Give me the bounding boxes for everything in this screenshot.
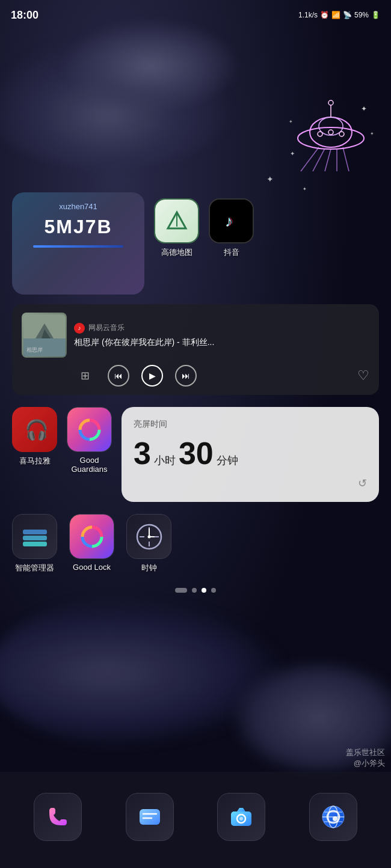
good-guardians-label: GoodGuardians <box>72 456 108 474</box>
clock-icon <box>126 514 171 559</box>
battery-level: 59% <box>354 11 369 19</box>
app-ximalaya[interactable]: 🎧 喜马拉雅 <box>12 407 57 466</box>
browser-dock-icon <box>309 793 357 841</box>
page-dots <box>12 588 379 593</box>
battery-icon: 🔋 <box>371 11 380 19</box>
widget-minutes: 30 <box>179 436 214 471</box>
music-source: ♪ 网易云音乐 <box>74 323 369 334</box>
status-bar: 18:00 1.1k/s ⏰ 📶 📡 59% 🔋 <box>0 0 391 30</box>
douyin-icon: ♪ ♪ ♪ <box>209 198 254 243</box>
smart-manager-icon <box>12 514 57 559</box>
network-speed: 1.1k/s <box>298 11 318 19</box>
app-smart-manager[interactable]: 智能管理器 <box>12 514 57 573</box>
watermark-line1: 盖乐世社区 <box>346 747 385 758</box>
page-dot-2 <box>202 588 206 593</box>
music-player-card: 相思岸 ♪ 网易云音乐 相思岸 (你在彼岸我在此岸) - 菲利丝... ⊞ ⏮ … <box>12 304 379 395</box>
widget-hour-unit: 小时 <box>154 454 176 466</box>
page-dot-3 <box>211 588 216 593</box>
svg-marker-44 <box>237 808 245 811</box>
widget-minute-unit: 分钟 <box>217 454 238 466</box>
watermark: 盖乐世社区 @小斧头 <box>346 747 385 769</box>
svg-point-46 <box>239 817 243 821</box>
svg-text:相思岸: 相思岸 <box>26 347 43 353</box>
music-title: 相思岸 (你在彼岸我在此岸) - 菲利丝... <box>74 337 369 348</box>
dock-browser[interactable] <box>309 793 357 841</box>
gaode-label: 高德地图 <box>161 247 192 258</box>
music-prev-button[interactable]: ⏮ <box>108 365 129 387</box>
top-apps-row: 高德地图 ♪ ♪ ♪ 抖音 <box>154 198 254 258</box>
svg-rect-29 <box>23 536 47 540</box>
music-info: ♪ 网易云音乐 相思岸 (你在彼岸我在此岸) - 菲利丝... <box>74 323 369 348</box>
clock-label: 时钟 <box>141 563 157 573</box>
camera-dock-icon <box>217 793 265 841</box>
ximalaya-icon: 🎧 <box>12 407 57 452</box>
widget-title: 亮屏时间 <box>134 419 367 430</box>
game-card-progress-bar <box>33 245 123 248</box>
signal-icon: 📡 <box>343 11 352 19</box>
app-douyin[interactable]: ♪ ♪ ♪ 抖音 <box>209 198 254 258</box>
game-card-username: xuzhen741 <box>22 202 135 211</box>
status-time: 18:00 <box>11 9 38 22</box>
gaode-icon <box>154 198 199 243</box>
widget-hours: 3 <box>134 436 151 471</box>
apps-widget-row: 🎧 喜马拉雅 GoodGuardians <box>12 407 379 502</box>
music-source-label: 网易云音乐 <box>88 323 125 333</box>
dock-camera[interactable] <box>217 793 265 841</box>
page-dot-0 <box>175 588 187 593</box>
svg-point-39 <box>147 535 150 538</box>
message-dock-icon <box>126 793 174 841</box>
music-album-cover: 相思岸 <box>22 313 67 358</box>
status-icons-group: 1.1k/s ⏰ 📶 📡 59% 🔋 <box>298 11 380 19</box>
dock-message[interactable] <box>126 793 174 841</box>
music-play-button[interactable]: ▶ <box>141 365 163 387</box>
game-card-code: 5MJ7B <box>22 216 135 238</box>
top-apps-grid: 高德地图 ♪ ♪ ♪ 抖音 <box>154 192 254 258</box>
smart-manager-label: 智能管理器 <box>15 563 54 573</box>
good-guardians-icon <box>67 407 112 452</box>
bottom-dock <box>0 772 391 868</box>
music-next-button[interactable]: ⏭ <box>175 365 197 387</box>
svg-text:♪: ♪ <box>227 212 235 229</box>
svg-point-54 <box>333 816 337 821</box>
svg-text:🎧: 🎧 <box>25 418 49 441</box>
music-grid-button[interactable]: ⊞ <box>74 365 96 387</box>
watermark-line2: @小斧头 <box>346 758 385 769</box>
widget-refresh-icon[interactable]: ↺ <box>134 477 367 490</box>
svg-rect-28 <box>23 530 47 534</box>
music-top-row: 相思岸 ♪ 网易云音乐 相思岸 (你在彼岸我在此岸) - 菲利丝... <box>22 313 369 358</box>
music-favorite-button[interactable]: ♡ <box>357 368 369 384</box>
apps-row-2: 智能管理器 Good Lock <box>12 514 379 573</box>
top-section: xuzhen741 5MJ7B 高德地图 <box>12 192 379 295</box>
widget-time-display: 3 小时 30 分钟 <box>134 435 367 472</box>
app-clock[interactable]: 时钟 <box>126 514 171 573</box>
svg-rect-30 <box>23 542 47 546</box>
phone-dock-icon <box>34 793 82 841</box>
netease-icon: ♪ <box>74 323 85 334</box>
alarm-icon: ⏰ <box>320 11 329 19</box>
game-card[interactable]: xuzhen741 5MJ7B <box>12 192 144 295</box>
app-good-lock[interactable]: Good Lock <box>69 514 114 572</box>
page-dot-1 <box>192 588 197 593</box>
good-lock-label: Good Lock <box>73 563 111 572</box>
svg-rect-40 <box>140 809 160 825</box>
dock-phone[interactable] <box>34 793 82 841</box>
douyin-label: 抖音 <box>224 247 239 258</box>
ximalaya-label: 喜马拉雅 <box>19 456 51 466</box>
wifi-icon: 📶 <box>331 11 340 19</box>
app-gaode[interactable]: 高德地图 <box>154 198 199 258</box>
main-content: xuzhen741 5MJ7B 高德地图 <box>0 30 391 868</box>
good-lock-icon <box>69 514 114 559</box>
screen-time-widget[interactable]: 亮屏时间 3 小时 30 分钟 ↺ <box>122 407 379 502</box>
app-good-guardians[interactable]: GoodGuardians <box>67 407 112 474</box>
music-controls: ⊞ ⏮ ▶ ⏭ ♡ <box>22 365 369 387</box>
